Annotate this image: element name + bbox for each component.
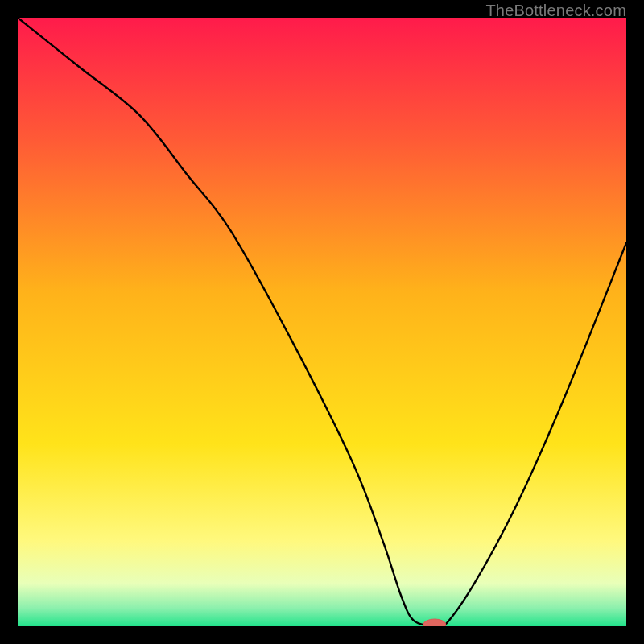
gradient-background bbox=[18, 18, 626, 626]
chart-frame: TheBottleneck.com bbox=[0, 0, 644, 644]
bottleneck-chart bbox=[18, 18, 626, 626]
chart-svg bbox=[18, 18, 626, 626]
